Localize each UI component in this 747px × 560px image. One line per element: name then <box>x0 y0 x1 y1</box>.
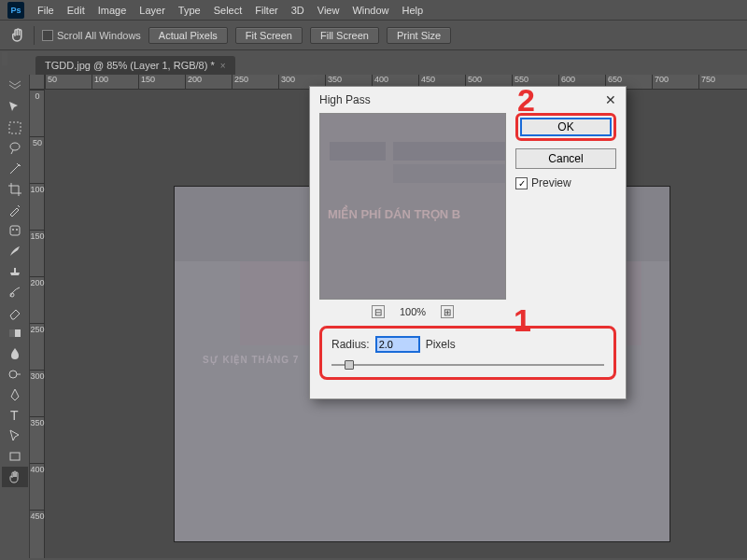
hand-tool-icon[interactable] <box>2 467 28 487</box>
menu-filter[interactable]: Filter <box>255 5 277 16</box>
move-tool-icon[interactable] <box>2 97 28 118</box>
dodge-tool-icon[interactable] <box>2 364 28 385</box>
hand-tool-icon <box>9 27 26 44</box>
preview-text: MIỀN PHÍ DÁN TRỌN B <box>328 207 460 221</box>
options-bar: Scroll All Windows Actual Pixels Fit Scr… <box>0 21 747 50</box>
eraser-tool-icon[interactable] <box>2 302 28 323</box>
fit-screen-button[interactable]: Fit Screen <box>235 27 303 44</box>
menu-3d[interactable]: 3D <box>291 5 304 16</box>
type-tool-icon[interactable]: T <box>2 405 28 426</box>
svg-point-4 <box>12 229 14 231</box>
radius-highlight-annotation: Radius: Pixels <box>319 326 616 380</box>
close-tab-icon[interactable]: × <box>220 61 226 71</box>
menu-select[interactable]: Select <box>214 5 243 16</box>
checkbox-checked-icon: ✓ <box>515 177 528 189</box>
annotation-step-1: 1 <box>514 302 531 339</box>
tools-panel: T <box>0 75 30 558</box>
marquee-tool-icon[interactable] <box>2 118 28 138</box>
scroll-all-windows-checkbox[interactable]: Scroll All Windows <box>42 30 141 41</box>
gradient-tool-icon[interactable] <box>2 323 28 343</box>
clone-stamp-tool-icon[interactable] <box>2 261 28 282</box>
checkbox-icon <box>42 30 53 41</box>
ruler-corner <box>30 75 45 90</box>
rectangle-tool-icon[interactable] <box>2 446 28 467</box>
menu-file[interactable]: File <box>37 5 54 16</box>
toolbar-flyout-icon[interactable] <box>2 77 28 97</box>
preview-label: Preview <box>531 176 571 189</box>
path-selection-tool-icon[interactable] <box>2 426 28 446</box>
photoshop-app: Ps File Edit Image Layer Type Select Fil… <box>0 0 747 560</box>
radius-unit: Pixels <box>426 338 456 351</box>
ruler-vertical: 050100150200250300350400450 <box>30 90 45 558</box>
svg-rect-11 <box>10 453 20 460</box>
brush-tool-icon[interactable] <box>2 241 28 261</box>
radius-label: Radius: <box>331 338 370 351</box>
crop-tool-icon[interactable] <box>2 179 28 200</box>
dialog-titlebar[interactable]: High Pass ✕ <box>310 87 626 113</box>
actual-pixels-button[interactable]: Actual Pixels <box>148 27 228 44</box>
history-brush-tool-icon[interactable] <box>2 282 28 302</box>
svg-rect-3 <box>10 226 20 235</box>
panel-flyout-icon[interactable] <box>2 52 7 65</box>
ok-button[interactable]: OK <box>520 118 612 136</box>
menu-window[interactable]: Window <box>352 5 388 16</box>
dialog-close-button[interactable]: ✕ <box>605 92 616 107</box>
svg-point-1 <box>10 143 20 150</box>
canvas-text-2: SỰ KIỆN THÁNG 7 <box>203 355 299 365</box>
print-size-button[interactable]: Print Size <box>387 27 451 44</box>
filter-preview-image[interactable]: MIỀN PHÍ DÁN TRỌN B <box>319 113 506 300</box>
document-title: TGDD.jpg @ 85% (Layer 1, RGB/8) * <box>45 60 215 71</box>
document-tab-bar: TGDD.jpg @ 85% (Layer 1, RGB/8) * × <box>0 50 747 75</box>
zoom-in-button[interactable]: ⊞ <box>441 305 454 318</box>
document-tab[interactable]: TGDD.jpg @ 85% (Layer 1, RGB/8) * × <box>35 56 235 75</box>
dialog-title: High Pass <box>319 93 371 106</box>
preview-checkbox[interactable]: ✓ Preview <box>515 176 616 189</box>
svg-point-5 <box>16 229 18 231</box>
slider-thumb-icon[interactable] <box>345 360 354 370</box>
app-logo-icon: Ps <box>7 2 24 19</box>
magic-wand-tool-icon[interactable] <box>2 159 28 179</box>
lasso-tool-icon[interactable] <box>2 138 28 159</box>
healing-brush-tool-icon[interactable] <box>2 220 28 241</box>
zoom-out-button[interactable]: ⊟ <box>372 305 385 318</box>
svg-rect-0 <box>9 122 21 133</box>
high-pass-dialog: High Pass ✕ MIỀN PHÍ DÁN TRỌN B ⊟ 100% ⊞… <box>309 86 627 399</box>
eyedropper-tool-icon[interactable] <box>2 200 28 220</box>
menu-edit[interactable]: Edit <box>67 5 85 16</box>
cancel-button[interactable]: Cancel <box>515 148 616 169</box>
radius-slider[interactable] <box>331 360 604 370</box>
scroll-all-label: Scroll All Windows <box>57 30 141 41</box>
menu-layer[interactable]: Layer <box>139 5 165 16</box>
svg-rect-8 <box>9 329 15 337</box>
fill-screen-button[interactable]: Fill Screen <box>310 27 379 44</box>
radius-input[interactable] <box>375 336 420 353</box>
menu-view[interactable]: View <box>317 5 340 16</box>
annotation-step-2: 2 <box>517 82 535 119</box>
menu-image[interactable]: Image <box>98 5 127 16</box>
menubar: Ps File Edit Image Layer Type Select Fil… <box>0 0 747 21</box>
blur-tool-icon[interactable] <box>2 343 28 364</box>
menu-help[interactable]: Help <box>402 5 424 16</box>
pen-tool-icon[interactable] <box>2 385 28 405</box>
zoom-percent: 100% <box>400 306 426 317</box>
menu-type[interactable]: Type <box>178 5 201 16</box>
svg-point-9 <box>9 371 17 378</box>
svg-text:T: T <box>10 408 19 423</box>
